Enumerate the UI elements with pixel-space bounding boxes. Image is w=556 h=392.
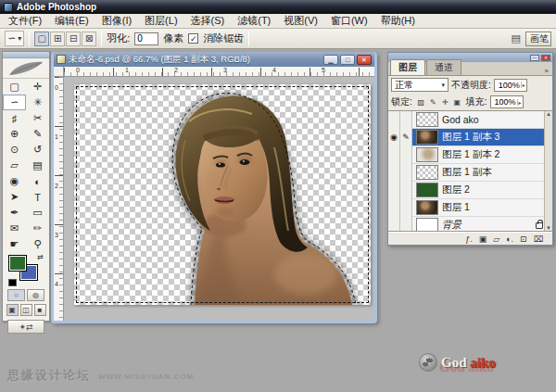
menu-item[interactable]: 选择(S): [184, 13, 232, 29]
default-colors-icon[interactable]: [8, 279, 17, 286]
toolbox-grip[interactable]: [3, 52, 49, 58]
eye-visibility-cell[interactable]: ◉: [388, 129, 400, 146]
canvas[interactable]: [74, 84, 371, 305]
spinner-icon[interactable]: ▸: [521, 82, 525, 88]
link-brush-cell[interactable]: [400, 182, 412, 199]
new-layer-button[interactable]: ⊡: [520, 234, 527, 244]
palette-minimize-button[interactable]: —: [530, 55, 539, 61]
tool-preset-picker[interactable]: ∽ ▾: [5, 31, 24, 46]
swap-colors-icon[interactable]: ⇄: [37, 253, 44, 261]
palette-menu-icon[interactable]: »: [545, 67, 552, 75]
dodge-tool[interactable]: ◐: [26, 173, 49, 189]
delete-layer-button[interactable]: ⌧: [534, 234, 543, 244]
eyedropper-tool[interactable]: ✏: [26, 221, 49, 236]
lock-position-icon[interactable]: ✛: [439, 96, 451, 107]
link-brush-cell[interactable]: [400, 199, 412, 217]
brush-tool[interactable]: ✎: [26, 126, 49, 142]
document-titlebar[interactable]: 未命名-6.psd @ 66.7% (图层 1 副本 3, RGB/8) ▁ □…: [54, 52, 374, 67]
blur-tool[interactable]: ◉: [3, 173, 26, 189]
antialias-checkbox[interactable]: ✓: [188, 33, 198, 44]
fill-input[interactable]: 100% ▸: [490, 95, 524, 108]
subtract-from-selection[interactable]: ⊟: [66, 32, 81, 46]
imageready-button[interactable]: ✦⇄: [7, 320, 44, 334]
eye-visibility-cell[interactable]: [388, 217, 400, 233]
app-titlebar[interactable]: Adobe Photoshop: [0, 0, 556, 14]
hand-tool[interactable]: ☛: [3, 236, 26, 252]
layer-style-button[interactable]: ƒ.: [465, 234, 473, 244]
standard-mode-button[interactable]: ○: [7, 289, 25, 301]
shape-tool[interactable]: ▭: [26, 205, 49, 221]
intersect-selection[interactable]: ⊠: [82, 32, 96, 46]
pen-tool[interactable]: ✒: [3, 205, 26, 221]
add-to-selection[interactable]: ⊞: [50, 32, 65, 46]
feather-input[interactable]: [134, 32, 158, 45]
blend-mode-select[interactable]: 正常 ▾: [391, 78, 449, 92]
tab-layers[interactable]: 图层: [390, 59, 425, 75]
path-selection-tool[interactable]: ➤: [3, 189, 26, 205]
eye-visibility-cell[interactable]: [388, 111, 400, 129]
menu-item[interactable]: 图层(L): [138, 13, 183, 29]
new-group-button[interactable]: ▱: [493, 234, 499, 244]
layers-scrollbar[interactable]: ▲ ▼: [544, 111, 552, 231]
图层 2[interactable]: 图层 2: [388, 182, 552, 199]
God ako[interactable]: God ako: [388, 111, 552, 129]
link-brush-cell[interactable]: [400, 146, 412, 164]
crop-tool[interactable]: ♯: [3, 110, 26, 126]
scroll-down-icon[interactable]: ▼: [546, 225, 551, 231]
fullscreen-button[interactable]: ■: [34, 304, 46, 316]
menu-item[interactable]: 图像(I): [95, 13, 138, 29]
图层 1 副本 3[interactable]: ◉ ✎ 图层 1 副本 3: [388, 129, 552, 146]
rectangular-marquee-tool[interactable]: ▢: [3, 79, 26, 95]
notes-tool[interactable]: ✉: [3, 221, 26, 236]
spinner-icon[interactable]: ▸: [517, 99, 522, 106]
type-tool[interactable]: T: [26, 189, 49, 205]
palette-close-button[interactable]: ✕: [541, 55, 550, 61]
scroll-up-icon[interactable]: ▲: [546, 111, 551, 117]
link-brush-cell[interactable]: ✎: [400, 129, 412, 146]
图层 1 副本 2[interactable]: 图层 1 副本 2: [388, 146, 552, 164]
menu-item[interactable]: 滤镜(T): [231, 13, 277, 29]
fullscreen-menubar-button[interactable]: ◫: [20, 304, 32, 316]
move-tool[interactable]: ✛: [26, 79, 49, 95]
eraser-tool[interactable]: ▱: [3, 158, 26, 173]
clone-stamp-tool[interactable]: ⊙: [3, 142, 26, 158]
lock-all-icon[interactable]: ▣: [451, 96, 463, 107]
图层 1 副本[interactable]: 图层 1 副本: [388, 164, 552, 182]
foreground-color-swatch[interactable]: [8, 255, 27, 272]
lasso-tool[interactable]: ∽: [3, 95, 26, 110]
tab-channels[interactable]: 通道: [426, 59, 461, 75]
quick-mask-mode-button[interactable]: ◍: [27, 289, 44, 301]
eye-visibility-cell[interactable]: [388, 146, 400, 164]
eye-visibility-cell[interactable]: [388, 164, 400, 182]
opacity-input[interactable]: 100% ▸: [494, 79, 527, 92]
bridge-icon[interactable]: ▤: [512, 32, 521, 44]
maximize-button[interactable]: □: [340, 55, 355, 65]
menu-item[interactable]: 编辑(E): [48, 13, 95, 29]
adjustment-layer-button[interactable]: ◐.: [506, 234, 513, 244]
healing-brush-tool[interactable]: ⊕: [3, 126, 26, 142]
brushes-palette-button[interactable]: 画笔: [525, 32, 551, 46]
zoom-tool[interactable]: ⚲: [26, 236, 49, 252]
history-brush-tool[interactable]: ↺: [26, 142, 49, 158]
lock-image-icon[interactable]: ✎: [427, 96, 439, 107]
eye-visibility-cell[interactable]: [388, 199, 400, 217]
eye-visibility-cell[interactable]: [388, 182, 400, 199]
menu-item[interactable]: 文件(F): [2, 13, 48, 29]
close-button[interactable]: ✕: [357, 55, 372, 65]
minimize-button[interactable]: ▁: [323, 55, 338, 65]
magic-wand-tool[interactable]: ✳: [26, 95, 49, 110]
link-brush-cell[interactable]: [400, 111, 412, 129]
standard-screen-button[interactable]: ▣: [6, 304, 19, 316]
slice-tool[interactable]: ✂: [26, 110, 49, 126]
背景[interactable]: 背景: [388, 217, 552, 232]
menu-item[interactable]: 帮助(H): [374, 13, 422, 29]
图层 1[interactable]: 图层 1: [388, 199, 552, 217]
layer-mask-button[interactable]: ▣: [479, 234, 487, 244]
link-brush-cell[interactable]: [400, 164, 412, 182]
lock-transparency-icon[interactable]: ▨: [415, 96, 427, 107]
menu-item[interactable]: 视图(V): [277, 13, 324, 29]
menu-item[interactable]: 窗口(W): [324, 13, 374, 29]
gradient-tool[interactable]: ▤: [26, 158, 49, 173]
new-selection[interactable]: ▢: [34, 32, 49, 46]
link-brush-cell[interactable]: [400, 217, 412, 233]
